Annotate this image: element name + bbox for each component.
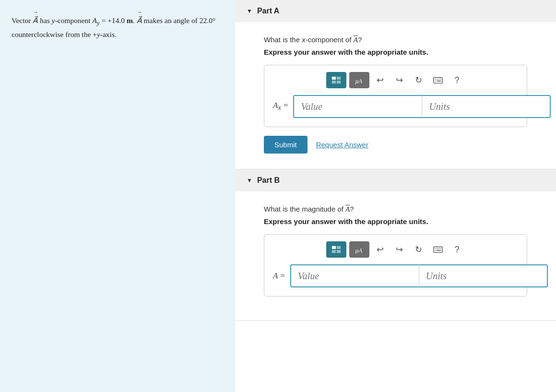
part-b-body: What is the magnitude of A? Express your… bbox=[235, 191, 556, 321]
right-panel: ▼ Part A What is the x-component of A? E… bbox=[235, 0, 556, 392]
part-a-chevron-icon: ▼ bbox=[247, 8, 252, 15]
part-a-answer-box: μA ↩ ↪ ↻ bbox=[264, 65, 527, 127]
part-b-section: ▼ Part B What is the magnitude of A? Exp… bbox=[235, 169, 556, 321]
part-a-submit-button[interactable]: Submit bbox=[264, 136, 308, 154]
svg-rect-15 bbox=[336, 250, 340, 253]
svg-rect-5 bbox=[433, 78, 442, 83]
svg-text:μA: μA bbox=[355, 78, 362, 84]
svg-rect-12 bbox=[331, 246, 335, 249]
part-a-request-answer-button[interactable]: Request Answer bbox=[316, 141, 368, 149]
svg-rect-2 bbox=[331, 81, 335, 83]
part-a-question: What is the x-component of A? bbox=[264, 36, 527, 44]
problem-statement: Vector A⃗ has y-component Ay = +14.0 m. … bbox=[12, 14, 224, 41]
part-a-vector: A bbox=[354, 36, 358, 44]
svg-rect-14 bbox=[331, 250, 335, 253]
part-b-template-btn[interactable] bbox=[326, 241, 346, 258]
part-a-reset-btn[interactable]: ↻ bbox=[411, 72, 427, 88]
part-b-answer-box: μA ↩ ↪ ↻ bbox=[264, 234, 527, 297]
svg-rect-13 bbox=[336, 246, 340, 249]
part-a-body: What is the x-component of A? Express yo… bbox=[235, 22, 556, 169]
part-a-redo-btn[interactable]: ↪ bbox=[391, 72, 408, 88]
svg-rect-3 bbox=[336, 81, 340, 83]
part-a-help-btn[interactable]: ? bbox=[449, 72, 465, 88]
part-a-toolbar: μA ↩ ↪ ↻ bbox=[273, 72, 518, 88]
part-a-express: Express your answer with the appropriate… bbox=[264, 48, 527, 56]
left-panel: Vector A⃗ has y-component Ay = +14.0 m. … bbox=[0, 0, 235, 392]
part-b-express: Express your answer with the appropriate… bbox=[264, 217, 527, 226]
part-b-chevron-icon: ▼ bbox=[247, 177, 252, 184]
part-b-redo-btn[interactable]: ↪ bbox=[391, 241, 408, 258]
part-a-keyboard-btn[interactable] bbox=[430, 72, 446, 88]
part-a-header[interactable]: ▼ Part A bbox=[235, 0, 556, 22]
part-b-title: Part B bbox=[257, 176, 280, 185]
svg-rect-0 bbox=[331, 77, 335, 80]
part-b-help-btn[interactable]: ? bbox=[449, 241, 465, 258]
part-a-template-btn[interactable] bbox=[326, 72, 346, 88]
part-b-toolbar: μA ↩ ↪ ↻ bbox=[273, 241, 518, 258]
part-a-symbol-btn[interactable]: μA bbox=[349, 72, 369, 88]
part-a-actions: Submit Request Answer bbox=[264, 136, 527, 154]
part-b-input-row: A = bbox=[273, 264, 518, 287]
part-a-input-row: Ax = bbox=[273, 95, 518, 118]
part-a-value-input[interactable] bbox=[293, 95, 422, 118]
part-b-vector: A bbox=[345, 205, 350, 213]
part-b-question: What is the magnitude of A? bbox=[264, 205, 527, 214]
part-b-symbol-btn[interactable]: μA bbox=[349, 241, 369, 258]
part-b-undo-btn[interactable]: ↩ bbox=[372, 241, 389, 258]
part-a-input-label: Ax = bbox=[273, 101, 288, 112]
svg-text:μA: μA bbox=[355, 247, 362, 254]
part-b-header[interactable]: ▼ Part B bbox=[235, 169, 556, 191]
part-b-value-input[interactable] bbox=[290, 264, 419, 287]
part-b-units-input[interactable] bbox=[419, 264, 548, 287]
svg-rect-1 bbox=[336, 77, 340, 80]
part-a-title: Part A bbox=[257, 7, 280, 15]
part-b-keyboard-btn[interactable] bbox=[430, 241, 446, 258]
part-a-undo-btn[interactable]: ↩ bbox=[372, 72, 389, 88]
svg-rect-17 bbox=[433, 247, 442, 253]
part-a-section: ▼ Part A What is the x-component of A? E… bbox=[235, 0, 556, 169]
part-b-input-label: A = bbox=[273, 271, 285, 281]
part-a-units-input[interactable] bbox=[422, 95, 551, 118]
part-b-reset-btn[interactable]: ↻ bbox=[411, 241, 427, 258]
